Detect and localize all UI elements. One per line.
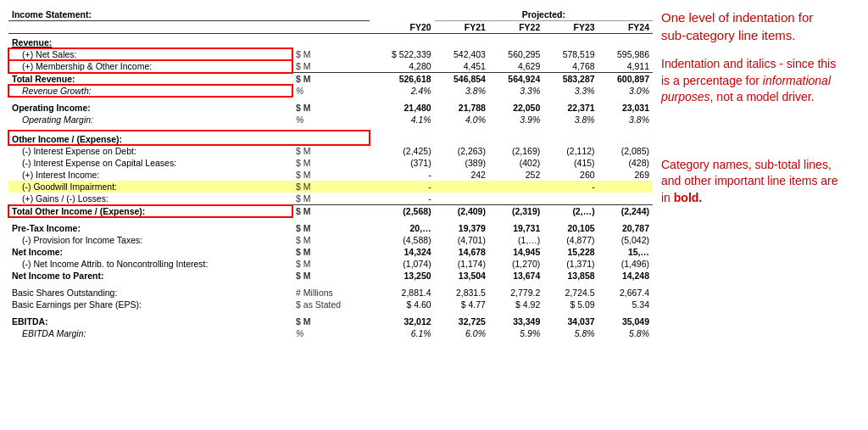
col-header-unit	[292, 21, 370, 34]
col-header-label	[8, 21, 292, 34]
table-row: (+) Gains / (-) Losses: $ M -	[8, 193, 653, 205]
table-row: (-) Interest Expense on Capital Leases: …	[8, 157, 653, 169]
income-statement-table: Income Statement: Projected: FY20 FY21 F…	[8, 8, 653, 422]
col-fy20-header: FY20	[370, 21, 435, 34]
table-row: Revenue Growth: % 2.4%3.8%3.3%3.3%3.0%	[8, 85, 653, 97]
table-row: Net Income: $ M 14,32414,67814,94515,228…	[8, 246, 653, 258]
projected-header: Projected:	[435, 8, 653, 21]
table-row: Total Other Income / (Expense): $ M (2,5…	[8, 205, 653, 218]
table-title: Income Statement:	[8, 8, 370, 21]
annotation-1: One level of indentation for sub-categor…	[661, 8, 839, 44]
table-row: (+) Membership & Other Income: $ M 4,280…	[8, 60, 653, 73]
table-row: Net Income to Parent: $ M 13,25013,50413…	[8, 270, 653, 282]
annotation-3: Category names, sub-total lines, and oth…	[661, 157, 839, 207]
col-fy23-header: FY23	[543, 21, 598, 34]
table-row: Revenue:	[8, 34, 653, 49]
table-row: Operating Margin: % 4.1%4.0%3.9%3.8%3.8%	[8, 114, 653, 126]
table-row: Pre-Tax Income: $ M 20,…19,37919,73120,1…	[8, 222, 653, 234]
table-row: Total Revenue: $ M 526,618546,854564,924…	[8, 73, 653, 86]
table-row: (+) Net Sales: $ M $ 522,339542,403560,2…	[8, 48, 653, 60]
table-row: Basic Shares Outstanding: # Millions 2,8…	[8, 287, 653, 299]
table-row: Other Income / (Expense):	[8, 131, 653, 145]
table-row: EBITDA: $ M 32,01232,72533,34934,03735,0…	[8, 316, 653, 327]
table-row: (-) Net Income Attrib. to Noncontrolling…	[8, 258, 653, 270]
annotation-3-bold: bold.	[674, 191, 702, 204]
table-row: (-) Interest Expense on Debt: $ M (2,425…	[8, 145, 653, 157]
annotations-panel: One level of indentation for sub-categor…	[653, 8, 860, 422]
table-row: Basic Earnings per Share (EPS): $ as Sta…	[8, 299, 653, 310]
col-fy21-header: FY21	[435, 21, 489, 34]
table-row: (-) Provision for Income Taxes: $ M (4,5…	[8, 234, 653, 246]
col-fy22-header: FY22	[489, 21, 543, 34]
table-row: EBITDA Margin: % 6.1%6.0%5.9%5.8%5.8%	[8, 327, 653, 339]
table-row: Operating Income: $ M 21,48021,78822,050…	[8, 102, 653, 114]
table-row: (-) Goodwill Impairment: $ M --	[8, 181, 653, 193]
col-fy24-header: FY24	[598, 21, 653, 34]
table-row: (+) Interest Income: $ M -242252260269	[8, 169, 653, 181]
annotation-2: Indentation and italics - since this is …	[661, 56, 839, 106]
